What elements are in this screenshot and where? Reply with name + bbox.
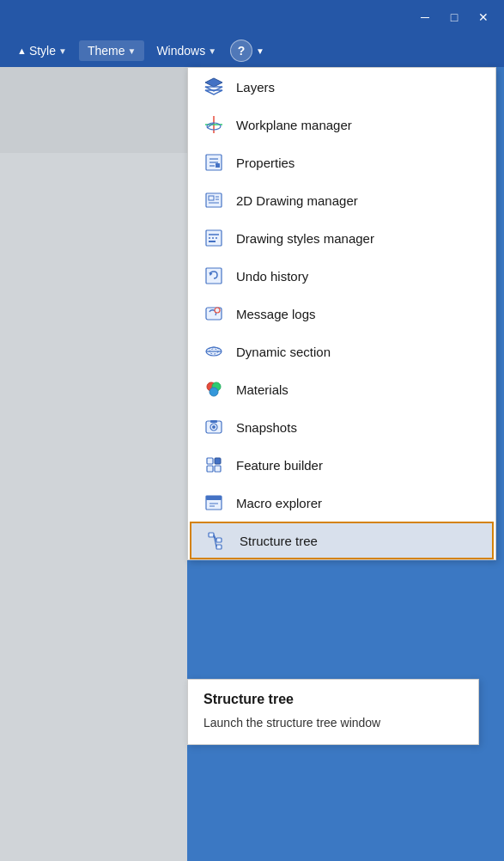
menu-row-snapshots[interactable]: Snapshots — [188, 408, 495, 446]
properties-label: Properties — [236, 156, 295, 170]
svg-rect-36 — [207, 466, 213, 472]
dynamicsection-icon — [202, 339, 226, 363]
left-panel-top — [0, 67, 187, 153]
svg-rect-11 — [216, 163, 220, 168]
close-button[interactable]: ✕ — [470, 5, 497, 29]
left-panel — [0, 67, 187, 861]
materials-icon — [202, 377, 226, 401]
tooltip-description: Launch the structure tree window — [203, 714, 463, 732]
materials-label: Materials — [236, 382, 288, 397]
featurebuilder-label: Feature builder — [236, 458, 323, 473]
svg-rect-44 — [216, 545, 222, 549]
theme-label: Theme — [88, 44, 125, 58]
style-caret: ▼ — [58, 46, 67, 56]
drawing2d-label: 2D Drawing manager — [236, 193, 358, 208]
menu-row-layers[interactable]: Layers — [188, 68, 495, 106]
help-icon: ? — [238, 44, 246, 58]
menu-item-windows[interactable]: Windows ▼ — [148, 40, 225, 61]
layers-label: Layers — [236, 80, 275, 95]
macroexplorer-icon — [202, 491, 226, 515]
svg-point-23 — [215, 308, 220, 313]
menu-item-style[interactable]: ▲ Style ▼ — [9, 40, 76, 61]
undo-icon — [202, 264, 226, 288]
macroexplorer-label: Macro explorer — [236, 496, 322, 510]
svg-rect-39 — [206, 496, 222, 500]
svg-rect-21 — [206, 268, 222, 284]
svg-rect-33 — [210, 420, 217, 423]
properties-icon — [202, 150, 226, 174]
snapshots-icon — [202, 415, 226, 439]
menu-row-dynamicsection[interactable]: Dynamic section — [188, 333, 495, 370]
featurebuilder-icon — [202, 453, 226, 477]
style-label: Style — [29, 44, 56, 58]
svg-rect-42 — [209, 533, 214, 537]
drawing2d-icon — [202, 188, 226, 212]
undohistory-label: Undo history — [236, 269, 308, 284]
svg-rect-43 — [216, 538, 222, 542]
tooltip-box: Structure tree Launch the structure tree… — [187, 679, 479, 745]
dropdown-menu: Layers Workplane manager — [187, 67, 496, 560]
svg-rect-34 — [207, 458, 213, 464]
messagelogs-label: Message logs — [236, 307, 316, 321]
workplane-icon — [202, 113, 226, 137]
svg-marker-0 — [205, 78, 222, 87]
main-area: Layers Workplane manager — [0, 67, 504, 861]
menu-row-2ddrawing[interactable]: 2D Drawing manager — [188, 181, 495, 219]
menu-row-macroexplorer[interactable]: Macro explorer — [188, 484, 495, 522]
windows-caret: ▼ — [208, 46, 216, 56]
dynamicsection-label: Dynamic section — [236, 345, 331, 359]
help-extra-caret: ▼ — [256, 46, 264, 56]
drawingstyles-label: Drawing styles manager — [236, 231, 374, 246]
menu-bar: ▲ Style ▼ Theme ▼ Windows ▼ ? ▼ — [0, 34, 504, 67]
svg-rect-35 — [215, 458, 221, 464]
tooltip-title: Structure tree — [203, 692, 463, 707]
windows-label: Windows — [156, 44, 205, 58]
menu-row-messagelogs[interactable]: Message logs — [188, 295, 495, 333]
menu-row-featurebuilder[interactable]: Feature builder — [188, 446, 495, 484]
structuretree-label: Structure tree — [240, 534, 318, 548]
snapshots-label: Snapshots — [236, 420, 297, 435]
layers-icon — [202, 75, 226, 99]
menu-row-drawingstyles[interactable]: Drawing styles manager — [188, 219, 495, 257]
menu-row-materials[interactable]: Materials — [188, 370, 495, 408]
menu-row-undohistory[interactable]: Undo history — [188, 257, 495, 295]
menu-row-properties[interactable]: Properties — [188, 144, 495, 181]
messagelogs-icon — [202, 302, 226, 326]
help-button[interactable]: ? — [230, 40, 252, 62]
title-bar: ─ □ ✕ — [0, 0, 504, 34]
svg-marker-2 — [205, 90, 222, 95]
structuretree-icon — [205, 528, 229, 553]
style-caret-up: ▲ — [17, 46, 27, 56]
drawingstyles-icon — [202, 226, 226, 250]
svg-rect-37 — [215, 466, 221, 472]
menu-row-workplane[interactable]: Workplane manager — [188, 106, 495, 144]
svg-point-32 — [212, 425, 216, 429]
svg-point-29 — [209, 388, 218, 396]
workplane-label: Workplane manager — [236, 118, 352, 132]
theme-caret: ▼ — [128, 46, 137, 56]
menu-item-theme[interactable]: Theme ▼ — [79, 40, 144, 61]
minimize-button[interactable]: ─ — [411, 5, 439, 29]
menu-row-structuretree[interactable]: Structure tree — [190, 522, 494, 559]
maximize-button[interactable]: □ — [440, 5, 468, 29]
